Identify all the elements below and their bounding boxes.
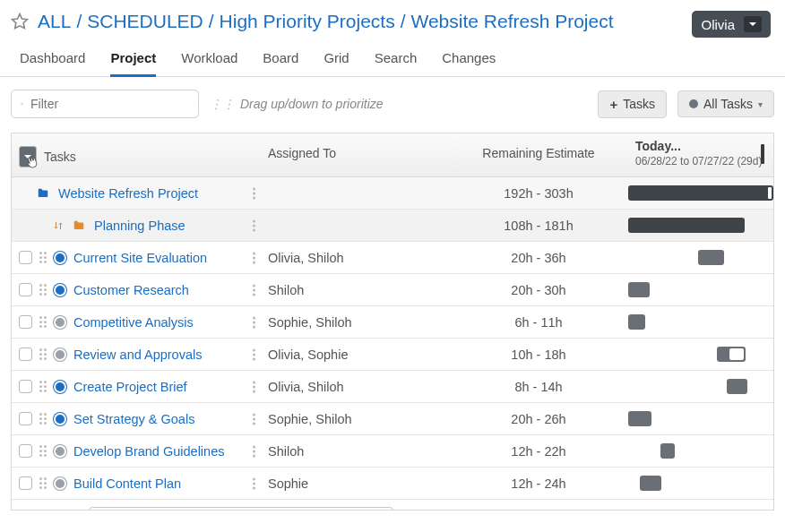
row-menu[interactable] [253, 284, 255, 296]
drag-handle[interactable] [39, 252, 47, 263]
task-name[interactable]: Develop Brand Guidelines [73, 444, 224, 459]
task-name[interactable]: Current Site Evaluation [73, 251, 207, 265]
status-bullet[interactable] [54, 284, 66, 296]
gantt-bar[interactable] [628, 185, 773, 201]
drag-handle[interactable] [39, 316, 47, 328]
task-row: Build Content Plan Sophie 12h - 24h [12, 468, 773, 500]
folder-name[interactable]: Planning Phase [94, 219, 185, 233]
gantt-bar[interactable] [628, 282, 650, 297]
gantt-bar[interactable] [628, 411, 651, 426]
assigned-value: Sophie, Shiloh [268, 315, 352, 330]
tab-search[interactable]: Search [375, 45, 418, 77]
col-estimate-label[interactable]: Remaining Estimate [449, 133, 628, 176]
estimate-value: 20h - 26h [511, 412, 565, 426]
col-assigned-label[interactable]: Assigned To [261, 133, 449, 176]
task-name[interactable]: Review and Approvals [73, 348, 202, 362]
filter-input-wrap[interactable] [11, 90, 199, 118]
task-name[interactable]: Competitive Analysis [73, 315, 194, 330]
tab-changes[interactable]: Changes [442, 45, 496, 77]
add-tasks-button[interactable]: + Tasks [598, 90, 667, 118]
drag-handle[interactable] [39, 445, 47, 457]
row-menu[interactable] [253, 219, 255, 231]
estimate-value: 8h - 14h [514, 380, 562, 394]
drag-handle[interactable] [39, 284, 47, 296]
drag-handle[interactable] [39, 477, 47, 489]
estimate-value: 10h - 18h [511, 348, 565, 362]
folder-icon [71, 219, 87, 232]
task-checkbox[interactable] [19, 476, 32, 490]
task-name[interactable]: Build Content Plan [73, 476, 181, 491]
drag-handle[interactable] [39, 413, 47, 425]
status-bullet[interactable] [54, 316, 66, 329]
filter-input[interactable] [29, 96, 189, 112]
star-icon[interactable] [11, 13, 29, 30]
task-grid: Tasks Assigned To Remaining Estimate Tod… [11, 133, 774, 511]
status-bullet[interactable] [54, 477, 66, 490]
task-checkbox[interactable] [19, 315, 32, 329]
user-menu[interactable]: Olivia [692, 11, 771, 38]
breadcrumb: ALL / SCHEDULED / High Priority Projects… [11, 11, 614, 32]
row-menu[interactable] [253, 445, 255, 457]
task-row: Develop Brand Guidelines Shiloh 12h - 22… [12, 435, 773, 468]
row-menu[interactable] [253, 381, 255, 392]
folder-row: Website Refresh Project 192h - 303h [12, 177, 773, 210]
gantt-bar[interactable] [628, 314, 645, 330]
all-tasks-filter[interactable]: All Tasks ▾ [677, 90, 774, 117]
add-task-input[interactable] [89, 507, 393, 510]
status-bullet[interactable] [54, 413, 66, 425]
task-name[interactable]: Set Strategy & Goals [73, 412, 194, 426]
gantt-bar[interactable] [727, 379, 747, 394]
task-name[interactable]: Customer Research [73, 283, 189, 297]
status-bullet[interactable] [54, 445, 66, 458]
task-checkbox[interactable] [19, 348, 32, 361]
gantt-bar[interactable] [628, 218, 745, 233]
tab-board[interactable]: Board [263, 45, 298, 77]
gantt-bar[interactable] [660, 443, 675, 459]
crumb-folder[interactable]: High Priority Projects [220, 11, 395, 32]
task-checkbox[interactable] [19, 251, 32, 264]
bullet-icon [689, 99, 698, 108]
task-checkbox[interactable] [19, 283, 32, 296]
plus-icon: + [609, 97, 617, 112]
status-bullet[interactable] [54, 348, 66, 361]
task-checkbox[interactable] [19, 380, 32, 393]
tab-workload[interactable]: Workload [181, 45, 237, 77]
task-checkbox[interactable] [19, 444, 32, 458]
timeline-range-label: 06/28/22 to 07/27/22 (29d) [635, 155, 766, 167]
task-name[interactable]: Create Project Brief [73, 380, 187, 394]
assigned-value: Olivia, Sophie [268, 348, 348, 362]
timeline-cell [628, 403, 773, 434]
status-bullet[interactable] [54, 252, 66, 264]
gantt-bar[interactable] [698, 250, 724, 265]
status-bullet[interactable] [54, 381, 66, 393]
col-timeline-header[interactable]: Today... 06/28/22 to 07/27/22 (29d) [628, 133, 773, 176]
timeline-cell [628, 371, 773, 402]
row-menu[interactable] [253, 252, 255, 263]
drag-handle[interactable] [39, 348, 47, 360]
tab-dashboard[interactable]: Dashboard [20, 45, 85, 77]
row-menu[interactable] [253, 413, 255, 425]
folder-row: Planning Phase 108h - 181h [12, 210, 773, 242]
gantt-bar[interactable] [717, 347, 746, 362]
task-checkbox[interactable] [19, 412, 32, 425]
assigned-value: Shiloh [268, 283, 304, 297]
folder-name[interactable]: Website Refresh Project [58, 186, 198, 201]
crumb-scheduled[interactable]: SCHEDULED [87, 11, 203, 32]
tab-grid[interactable]: Grid [323, 45, 349, 77]
row-menu[interactable] [253, 348, 255, 360]
row-menu[interactable] [253, 187, 255, 199]
timeline-cell [628, 242, 773, 273]
tab-project[interactable]: Project [110, 45, 156, 77]
estimate-value: 20h - 36h [511, 251, 565, 265]
estimate-value: 192h - 303h [504, 186, 573, 201]
collapse-all-toggle[interactable] [19, 146, 37, 167]
gantt-bar[interactable] [640, 476, 661, 491]
crumb-all[interactable]: ALL [38, 11, 71, 32]
task-row: Create Project Brief Olivia, Shiloh 8h -… [12, 371, 773, 403]
row-menu[interactable] [253, 316, 255, 328]
drag-handle[interactable] [39, 381, 47, 392]
add-tasks-label: Tasks [623, 97, 655, 111]
crumb-current[interactable]: Website Refresh Project [411, 11, 614, 32]
row-menu[interactable] [253, 477, 255, 489]
timeline-cell [628, 435, 773, 467]
